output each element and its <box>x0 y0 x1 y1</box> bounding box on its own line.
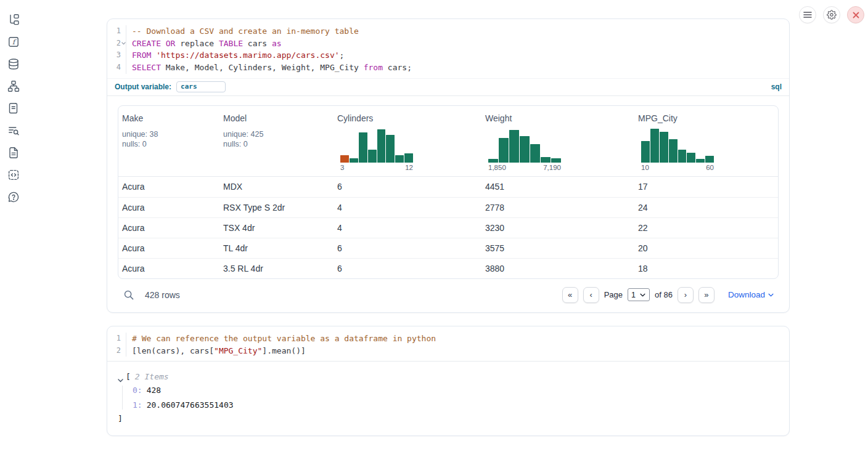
page-select[interactable]: 1 <box>628 288 650 301</box>
column-histogram <box>641 128 714 163</box>
code-text: -- Download a CSV and create an in-memor… <box>126 25 359 38</box>
table-row[interactable]: AcuraTSX 4dr4323022 <box>118 217 778 238</box>
table-cell: TSX 4dr <box>219 223 334 233</box>
code-token: cars <box>243 39 272 48</box>
first-page-button[interactable]: « <box>562 287 578 303</box>
axis-max-label: 60 <box>706 164 714 171</box>
code-line: 2[len(cars), cars["MPG_City"].mean()] <box>107 345 782 357</box>
shutdown-button[interactable] <box>847 6 864 23</box>
code-text: SELECT Make, Model, Cylinders, Weight, M… <box>126 62 412 74</box>
table-body: AcuraMDX6445117AcuraRSX Type S 2dr427782… <box>118 177 778 278</box>
settings-button[interactable] <box>823 6 840 23</box>
python-code-editor[interactable]: 1# We can reference the output variable … <box>107 326 789 361</box>
table-cell: 4 <box>334 203 481 212</box>
data-table: Makeunique: 38nulls: 0Modelunique: 425nu… <box>118 105 779 279</box>
functions-icon[interactable]: f <box>7 36 20 48</box>
code-token: CREATE <box>132 39 161 48</box>
pagination: « ‹ Page 1 of 86 › » Download <box>562 287 774 303</box>
column-stat: nulls: 0 <box>122 139 219 149</box>
column-label: Model <box>223 113 334 123</box>
collapse-chevron-icon[interactable] <box>118 375 123 379</box>
code-token: ].mean()] <box>262 346 305 355</box>
table-row[interactable]: AcuraMDX6445117 <box>118 177 778 197</box>
column-stat: unique: 425 <box>223 129 334 139</box>
fold-chevron-icon[interactable] <box>121 42 126 45</box>
histogram-bar <box>350 158 358 163</box>
logs-icon[interactable] <box>7 102 20 115</box>
histogram-bar <box>641 141 650 163</box>
search-list-icon[interactable] <box>7 124 20 137</box>
column-histogram <box>488 128 561 163</box>
histogram-bar <box>499 138 509 163</box>
help-icon[interactable] <box>7 191 20 203</box>
column-stat: unique: 38 <box>122 129 219 139</box>
tree-entry-value: 428 <box>147 386 161 395</box>
histogram-axis: 1060 <box>641 164 714 171</box>
histogram-bar <box>340 155 349 163</box>
output-variable-label: Output variable: <box>115 83 171 91</box>
histogram-bar <box>530 144 540 163</box>
documentation-icon[interactable] <box>7 147 20 159</box>
table-row[interactable]: Acura3.5 RL 4dr6388018 <box>118 258 778 278</box>
python-cell: 1# We can reference the output variable … <box>107 326 790 436</box>
table-cell: RSX Type S 2dr <box>219 203 334 212</box>
page-select-value: 1 <box>631 291 636 299</box>
search-icon[interactable] <box>123 289 134 301</box>
last-page-button[interactable]: » <box>698 287 714 303</box>
close-icon <box>853 12 859 18</box>
next-page-button[interactable]: › <box>678 287 694 303</box>
table-row[interactable]: AcuraTL 4dr6357520 <box>118 238 778 258</box>
code-token: ; <box>340 51 345 60</box>
tree-entry-key: 0: <box>133 386 142 395</box>
download-button[interactable]: Download <box>728 290 774 299</box>
sql-code-editor[interactable]: 1-- Download a CSV and create an in-memo… <box>107 19 789 78</box>
dependency-graph-icon[interactable] <box>7 80 20 92</box>
tree-entry-key: 1: <box>133 400 142 410</box>
snippets-icon[interactable] <box>7 169 20 181</box>
column-header[interactable]: Cylinders312 <box>334 113 481 171</box>
output-variable-bar: Output variable: sql <box>107 78 789 95</box>
histogram-bar <box>705 156 714 163</box>
column-label: Weight <box>485 113 634 123</box>
sql-cell-output: Makeunique: 38nulls: 0Modelunique: 425nu… <box>107 95 789 312</box>
fold-gutter <box>121 38 126 50</box>
table-row[interactable]: AcuraRSX Type S 2dr4277824 <box>118 197 778 217</box>
code-text: # We can reference the output variable a… <box>126 333 436 345</box>
line-number: 2 <box>107 345 121 357</box>
table-cell: 6 <box>334 182 481 192</box>
code-token: FROM <box>132 51 151 60</box>
code-token: from <box>364 63 383 72</box>
file-explorer-icon[interactable] <box>7 14 20 26</box>
histogram-bar <box>395 155 404 163</box>
column-histogram <box>340 128 413 163</box>
axis-max-label: 7,190 <box>543 164 561 171</box>
table-cell: 6 <box>334 243 481 253</box>
code-line: 4SELECT Make, Model, Cylinders, Weight, … <box>107 62 782 74</box>
language-badge: sql <box>771 83 782 91</box>
histogram-bar <box>520 136 530 163</box>
output-variable-input[interactable] <box>176 81 226 92</box>
column-header[interactable]: Makeunique: 38nulls: 0 <box>118 113 219 171</box>
table-cell: 4451 <box>481 182 634 192</box>
table-cell: 17 <box>634 182 778 192</box>
histogram-bar <box>669 139 678 163</box>
axis-min-label: 1,850 <box>488 164 506 171</box>
table-cell: Acura <box>118 223 219 233</box>
line-number: 3 <box>107 49 121 62</box>
code-token: TABLE <box>219 39 243 48</box>
datasources-icon[interactable] <box>7 58 20 70</box>
column-header[interactable]: MPG_City1060 <box>634 113 778 171</box>
column-header[interactable]: Weight1,8507,190 <box>481 113 634 171</box>
fold-gutter <box>121 25 126 38</box>
menu-button[interactable] <box>799 6 816 23</box>
download-label: Download <box>728 290 765 299</box>
fold-gutter <box>121 345 126 357</box>
tree-root: [ 2 Items <box>118 372 779 381</box>
axis-min-label: 10 <box>641 164 649 171</box>
code-token: as <box>272 39 282 48</box>
column-header[interactable]: Modelunique: 425nulls: 0 <box>219 113 334 171</box>
prev-page-button[interactable]: ‹ <box>583 287 599 303</box>
table-cell: 3.5 RL 4dr <box>219 264 334 273</box>
items-count: 2 Items <box>135 372 169 381</box>
histogram-axis: 1,8507,190 <box>488 164 561 171</box>
